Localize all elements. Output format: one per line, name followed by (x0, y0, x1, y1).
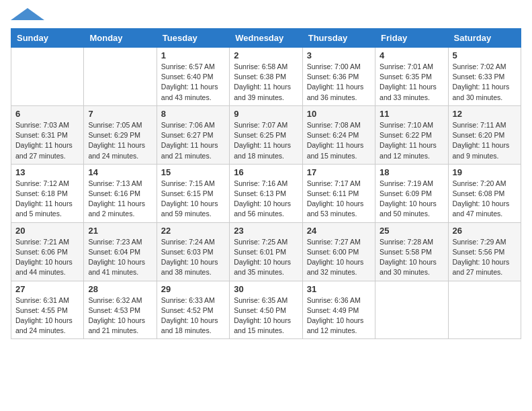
calendar-table: SundayMondayTuesdayWednesdayThursdayFrid… (11, 28, 521, 339)
header-cell-sunday: Sunday (11, 29, 84, 48)
calendar-cell: 22Sunrise: 7:24 AM Sunset: 6:03 PM Dayli… (157, 222, 229, 281)
calendar-cell: 3Sunrise: 7:00 AM Sunset: 6:36 PM Daylig… (302, 48, 375, 106)
day-info: Sunrise: 7:10 AM Sunset: 6:22 PM Dayligh… (380, 120, 443, 161)
day-number: 26 (453, 226, 517, 236)
logo-icon (11, 8, 44, 20)
day-number: 18 (380, 167, 443, 177)
calendar-cell: 6Sunrise: 7:03 AM Sunset: 6:31 PM Daylig… (11, 105, 84, 164)
day-info: Sunrise: 6:32 AM Sunset: 4:53 PM Dayligh… (88, 295, 152, 336)
logo (11, 11, 44, 20)
calendar-cell: 21Sunrise: 7:23 AM Sunset: 6:04 PM Dayli… (84, 222, 157, 281)
calendar-cell: 17Sunrise: 7:17 AM Sunset: 6:11 PM Dayli… (302, 164, 375, 222)
day-info: Sunrise: 7:17 AM Sunset: 6:11 PM Dayligh… (307, 179, 371, 220)
day-number: 19 (453, 167, 517, 177)
calendar-cell: 23Sunrise: 7:25 AM Sunset: 6:01 PM Dayli… (230, 222, 302, 281)
day-number: 5 (453, 50, 517, 60)
day-info: Sunrise: 7:01 AM Sunset: 6:35 PM Dayligh… (380, 62, 443, 103)
calendar-cell: 19Sunrise: 7:20 AM Sunset: 6:08 PM Dayli… (448, 164, 521, 222)
day-info: Sunrise: 7:05 AM Sunset: 6:29 PM Dayligh… (88, 120, 152, 161)
calendar-cell: 1Sunrise: 6:57 AM Sunset: 6:40 PM Daylig… (157, 48, 229, 106)
day-info: Sunrise: 7:20 AM Sunset: 6:08 PM Dayligh… (453, 179, 517, 220)
day-info: Sunrise: 7:15 AM Sunset: 6:15 PM Dayligh… (161, 179, 225, 220)
header-cell-wednesday: Wednesday (230, 29, 302, 48)
calendar-cell: 14Sunrise: 7:13 AM Sunset: 6:16 PM Dayli… (84, 164, 157, 222)
day-number: 28 (88, 284, 152, 294)
day-info: Sunrise: 7:00 AM Sunset: 6:36 PM Dayligh… (307, 62, 371, 103)
calendar-week-row: 6Sunrise: 7:03 AM Sunset: 6:31 PM Daylig… (11, 105, 521, 164)
calendar-cell: 8Sunrise: 7:06 AM Sunset: 6:27 PM Daylig… (157, 105, 229, 164)
day-info: Sunrise: 7:02 AM Sunset: 6:33 PM Dayligh… (453, 62, 517, 103)
calendar-cell: 20Sunrise: 7:21 AM Sunset: 6:06 PM Dayli… (11, 222, 84, 281)
day-info: Sunrise: 7:11 AM Sunset: 6:20 PM Dayligh… (453, 120, 517, 161)
calendar-cell: 27Sunrise: 6:31 AM Sunset: 4:55 PM Dayli… (11, 281, 84, 339)
header-cell-tuesday: Tuesday (157, 29, 229, 48)
svg-marker-0 (11, 8, 44, 20)
day-number: 15 (161, 167, 225, 177)
day-info: Sunrise: 6:35 AM Sunset: 4:50 PM Dayligh… (234, 295, 298, 336)
calendar-week-row: 20Sunrise: 7:21 AM Sunset: 6:06 PM Dayli… (11, 222, 521, 281)
calendar-cell: 10Sunrise: 7:08 AM Sunset: 6:24 PM Dayli… (302, 105, 375, 164)
calendar-cell: 7Sunrise: 7:05 AM Sunset: 6:29 PM Daylig… (84, 105, 157, 164)
day-info: Sunrise: 7:27 AM Sunset: 6:00 PM Dayligh… (307, 237, 371, 278)
calendar-cell: 18Sunrise: 7:19 AM Sunset: 6:09 PM Dayli… (375, 164, 448, 222)
day-number: 2 (234, 50, 298, 60)
day-number: 31 (307, 284, 371, 294)
header-cell-friday: Friday (375, 29, 448, 48)
day-number: 24 (307, 226, 371, 236)
day-info: Sunrise: 7:28 AM Sunset: 5:58 PM Dayligh… (380, 237, 443, 278)
day-number: 21 (88, 226, 152, 236)
calendar-cell: 9Sunrise: 7:07 AM Sunset: 6:25 PM Daylig… (230, 105, 302, 164)
calendar-cell: 16Sunrise: 7:16 AM Sunset: 6:13 PM Dayli… (230, 164, 302, 222)
day-info: Sunrise: 7:13 AM Sunset: 6:16 PM Dayligh… (88, 179, 152, 220)
day-number: 22 (161, 226, 225, 236)
calendar-cell: 25Sunrise: 7:28 AM Sunset: 5:58 PM Dayli… (375, 222, 448, 281)
day-number: 16 (234, 167, 298, 177)
calendar-cell (84, 48, 157, 106)
day-number: 7 (88, 109, 152, 119)
day-number: 13 (15, 167, 79, 177)
day-number: 17 (307, 167, 371, 177)
day-number: 9 (234, 109, 298, 119)
day-number: 14 (88, 167, 152, 177)
day-number: 30 (234, 284, 298, 294)
day-number: 12 (453, 109, 517, 119)
day-number: 6 (15, 109, 79, 119)
day-info: Sunrise: 7:12 AM Sunset: 6:18 PM Dayligh… (15, 179, 79, 220)
day-info: Sunrise: 6:31 AM Sunset: 4:55 PM Dayligh… (15, 295, 79, 336)
calendar-cell (448, 281, 521, 339)
day-number: 4 (380, 50, 443, 60)
calendar-cell: 24Sunrise: 7:27 AM Sunset: 6:00 PM Dayli… (302, 222, 375, 281)
calendar-cell: 12Sunrise: 7:11 AM Sunset: 6:20 PM Dayli… (448, 105, 521, 164)
day-info: Sunrise: 7:24 AM Sunset: 6:03 PM Dayligh… (161, 237, 225, 278)
day-info: Sunrise: 6:36 AM Sunset: 4:49 PM Dayligh… (307, 295, 371, 336)
day-info: Sunrise: 7:06 AM Sunset: 6:27 PM Dayligh… (161, 120, 225, 161)
day-number: 23 (234, 226, 298, 236)
calendar-header-row: SundayMondayTuesdayWednesdayThursdayFrid… (11, 29, 521, 48)
day-info: Sunrise: 6:33 AM Sunset: 4:52 PM Dayligh… (161, 295, 225, 336)
header-cell-monday: Monday (84, 29, 157, 48)
calendar-cell (375, 281, 448, 339)
day-number: 1 (161, 50, 225, 60)
day-info: Sunrise: 7:07 AM Sunset: 6:25 PM Dayligh… (234, 120, 298, 161)
calendar-week-row: 13Sunrise: 7:12 AM Sunset: 6:18 PM Dayli… (11, 164, 521, 222)
day-number: 8 (161, 109, 225, 119)
calendar-body: 1Sunrise: 6:57 AM Sunset: 6:40 PM Daylig… (11, 48, 521, 339)
calendar-week-row: 1Sunrise: 6:57 AM Sunset: 6:40 PM Daylig… (11, 48, 521, 106)
calendar-cell: 2Sunrise: 6:58 AM Sunset: 6:38 PM Daylig… (230, 48, 302, 106)
calendar-cell (11, 48, 84, 106)
header-cell-saturday: Saturday (448, 29, 521, 48)
day-info: Sunrise: 7:19 AM Sunset: 6:09 PM Dayligh… (380, 179, 443, 220)
calendar-cell: 5Sunrise: 7:02 AM Sunset: 6:33 PM Daylig… (448, 48, 521, 106)
day-number: 20 (15, 226, 79, 236)
day-info: Sunrise: 7:16 AM Sunset: 6:13 PM Dayligh… (234, 179, 298, 220)
day-number: 25 (380, 226, 443, 236)
day-number: 3 (307, 50, 371, 60)
day-number: 11 (380, 109, 443, 119)
calendar-cell: 30Sunrise: 6:35 AM Sunset: 4:50 PM Dayli… (230, 281, 302, 339)
day-info: Sunrise: 7:08 AM Sunset: 6:24 PM Dayligh… (307, 120, 371, 161)
day-number: 10 (307, 109, 371, 119)
calendar-cell: 4Sunrise: 7:01 AM Sunset: 6:35 PM Daylig… (375, 48, 448, 106)
day-number: 29 (161, 284, 225, 294)
day-number: 27 (15, 284, 79, 294)
calendar-cell: 29Sunrise: 6:33 AM Sunset: 4:52 PM Dayli… (157, 281, 229, 339)
